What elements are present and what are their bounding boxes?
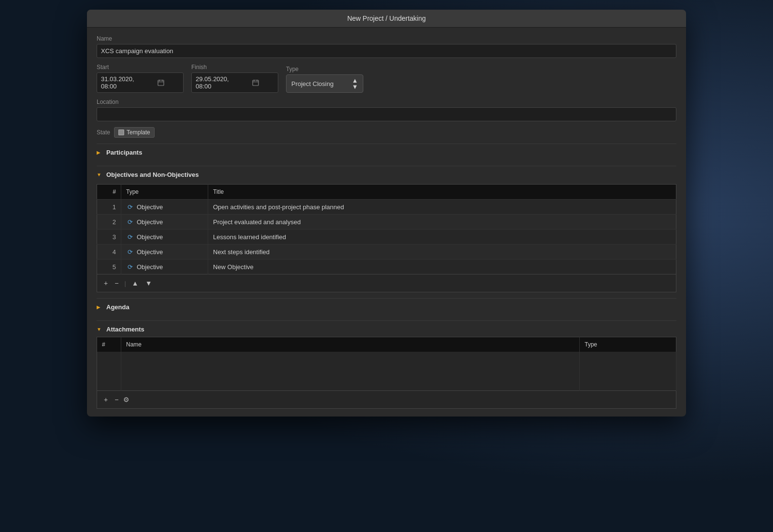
type-value: Project Closing <box>291 80 348 87</box>
objective-type: Objective <box>137 233 163 241</box>
att-col-name: Name <box>121 337 580 352</box>
objective-icon: ⟳ <box>126 203 134 211</box>
start-date-value: 31.03.2020, 08:00 <box>101 75 138 90</box>
objectives-section-header[interactable]: ▼ Objectives and Non-Objectives <box>97 166 676 182</box>
location-label: Location <box>97 99 676 105</box>
main-window: New Project / Undertaking Name Start 31.… <box>87 10 686 417</box>
type-label: Type <box>286 66 363 72</box>
date-type-row: Start 31.03.2020, 08:00 Finish <box>97 64 676 93</box>
state-value: Template <box>127 129 150 136</box>
objectives-table: # Type Title 1 ⟳ Objective Open activiti… <box>97 184 676 274</box>
attachments-settings-icon[interactable]: ⚙ <box>123 396 129 403</box>
attachments-remove-button[interactable]: − <box>113 395 120 404</box>
table-row <box>97 371 676 390</box>
obj-col-type: Type <box>121 185 208 200</box>
objective-title: New Objective <box>208 259 676 274</box>
att-col-type: Type <box>580 337 676 352</box>
finish-date-value: 29.05.2020, 08:00 <box>196 75 233 90</box>
objective-title: Next steps identified <box>208 244 676 259</box>
objectives-move-down-button[interactable]: ▼ <box>143 278 154 288</box>
location-field-group: Location <box>97 99 676 121</box>
attachments-add-button[interactable]: + <box>102 395 110 404</box>
window-title: New Project / Undertaking <box>347 14 426 22</box>
state-label: State <box>97 129 110 136</box>
table-row[interactable]: 5 ⟳ Objective New Objective <box>97 259 676 274</box>
objective-type: Objective <box>137 248 163 256</box>
agenda-section-title: Agenda <box>106 303 129 311</box>
objectives-toolbar: + − | ▲ ▼ <box>97 274 676 292</box>
obj-col-num: # <box>97 185 121 200</box>
state-badge[interactable]: Template <box>114 127 155 138</box>
objectives-add-button[interactable]: + <box>102 278 110 288</box>
start-field-group: Start 31.03.2020, 08:00 <box>97 64 184 93</box>
objectives-move-up-button[interactable]: ▲ <box>130 278 141 288</box>
attachments-toolbar: + − ⚙ <box>97 391 676 409</box>
objectives-toolbar-divider: | <box>124 280 126 287</box>
objective-title: Open activities and post-project phase p… <box>208 200 676 215</box>
finish-label: Finish <box>191 64 278 71</box>
objective-type: Objective <box>137 218 163 226</box>
objective-title: Lessons learned identified <box>208 230 676 244</box>
name-field-group: Name <box>97 35 676 58</box>
agenda-section-header[interactable]: ▶ Agenda <box>97 298 676 315</box>
state-row: State Template <box>97 127 676 138</box>
table-row[interactable]: 2 ⟳ Objective Project evaluated and anal… <box>97 215 676 230</box>
name-label: Name <box>97 35 676 42</box>
objective-icon: ⟳ <box>126 233 134 241</box>
table-row[interactable]: 4 ⟳ Objective Next steps identified <box>97 244 676 259</box>
participants-arrow-icon: ▶ <box>97 150 102 155</box>
name-input[interactable] <box>97 44 676 58</box>
type-field-group: Type Project Closing ▲ ▼ <box>286 66 363 93</box>
form-content: Name Start 31.03.2020, 08:00 <box>87 28 686 417</box>
attachments-arrow-icon: ▼ <box>97 327 102 332</box>
type-select[interactable]: Project Closing ▲ ▼ <box>286 74 363 93</box>
objective-type: Objective <box>137 203 163 211</box>
start-date-input[interactable]: 31.03.2020, 08:00 <box>97 72 184 93</box>
participants-section-header[interactable]: ▶ Participants <box>97 144 676 160</box>
objective-title: Project evaluated and analysed <box>208 215 676 230</box>
finish-calendar-icon[interactable] <box>237 79 274 86</box>
table-row[interactable]: 1 ⟳ Objective Open activities and post-p… <box>97 200 676 215</box>
start-label: Start <box>97 64 184 71</box>
objective-icon: ⟳ <box>126 263 134 271</box>
objectives-arrow-icon: ▼ <box>97 172 102 177</box>
objective-icon: ⟳ <box>126 248 134 256</box>
attachments-section-header[interactable]: ▼ Attachments <box>97 320 676 337</box>
att-col-num: # <box>97 337 121 352</box>
objectives-remove-button[interactable]: − <box>113 278 120 288</box>
participants-section-title: Participants <box>106 149 142 156</box>
location-input[interactable] <box>97 107 676 121</box>
table-row[interactable]: 3 ⟳ Objective Lessons learned identified <box>97 230 676 244</box>
agenda-arrow-icon: ▶ <box>97 304 102 310</box>
type-chevron-icon: ▲ ▼ <box>352 77 358 90</box>
obj-col-title: Title <box>208 185 676 200</box>
svg-rect-0 <box>158 80 164 86</box>
svg-rect-4 <box>253 80 258 86</box>
finish-field-group: Finish 29.05.2020, 08:00 <box>191 64 278 93</box>
table-row <box>97 352 676 371</box>
objective-icon: ⟳ <box>126 218 134 226</box>
finish-date-input[interactable]: 29.05.2020, 08:00 <box>191 72 278 93</box>
objective-type: Objective <box>137 263 163 271</box>
window-titlebar: New Project / Undertaking <box>87 10 686 28</box>
attachments-section-title: Attachments <box>106 326 144 333</box>
attachments-table: # Name Type <box>97 337 676 391</box>
state-icon <box>118 129 124 135</box>
objectives-section-title: Objectives and Non-Objectives <box>106 171 199 178</box>
start-calendar-icon[interactable] <box>142 79 179 86</box>
